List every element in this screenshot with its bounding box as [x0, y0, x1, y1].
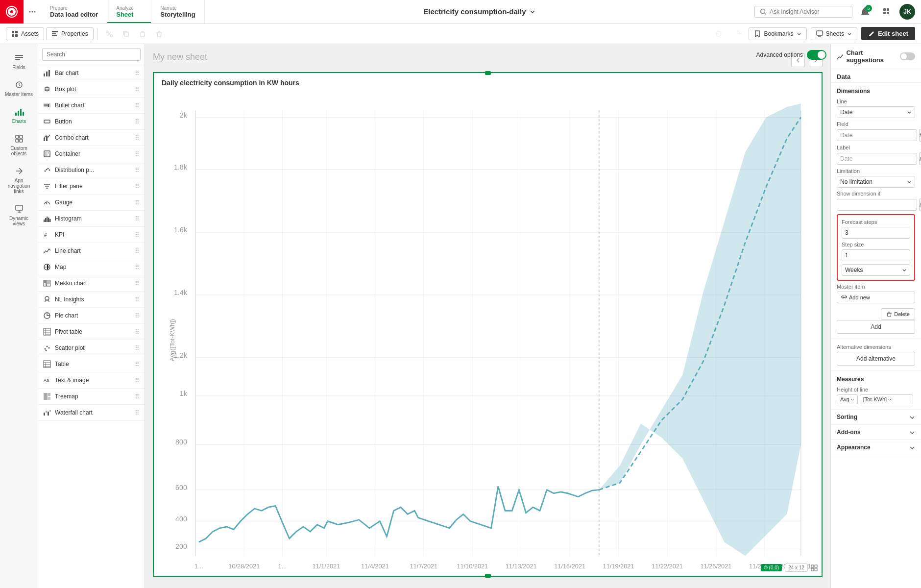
- label-input[interactable]: [837, 153, 917, 165]
- drag-handle-text[interactable]: ⠿: [135, 377, 140, 384]
- chart-item-map[interactable]: Map ⠿: [38, 259, 145, 275]
- drag-handle-table[interactable]: ⠿: [135, 361, 140, 368]
- chart-item-mekko[interactable]: Mekko chart ⠿: [38, 275, 145, 292]
- resize-handle-bottom[interactable]: [485, 574, 491, 578]
- delete-dimension-button[interactable]: Delete: [881, 308, 915, 320]
- chart-item-kpi[interactable]: # KPI ⠿: [38, 227, 145, 243]
- chart-item-scatter[interactable]: Scatter plot ⠿: [38, 340, 145, 356]
- drag-handle-map[interactable]: ⠿: [135, 264, 140, 271]
- drag-handle-kpi[interactable]: ⠿: [135, 231, 140, 239]
- step-size-unit-dropdown[interactable]: Weeks: [842, 264, 910, 276]
- forecast-steps-input[interactable]: [842, 227, 910, 239]
- chart-item-histogram[interactable]: Histogram ⠿: [38, 211, 145, 227]
- avg-dropdown[interactable]: Avg: [837, 394, 858, 404]
- insight-advisor-input[interactable]: [770, 8, 843, 15]
- properties-button[interactable]: Properties: [46, 27, 94, 40]
- sorting-section[interactable]: Sorting: [831, 410, 921, 425]
- drag-handle-pivot[interactable]: ⠿: [135, 328, 140, 336]
- sidebar-item-fields[interactable]: Fields: [0, 48, 38, 75]
- drag-handle-bar-chart[interactable]: ⠿: [135, 70, 140, 77]
- show-dimension-input[interactable]: [837, 199, 917, 211]
- resize-handle-top[interactable]: [485, 71, 491, 75]
- sidebar-item-dynamic[interactable]: Dynamic views: [0, 199, 38, 231]
- delete-button[interactable]: [152, 26, 167, 41]
- step-size-input[interactable]: [842, 249, 910, 261]
- assets-button[interactable]: Assets: [6, 27, 44, 40]
- edit-sheet-button[interactable]: Edit sheet: [861, 27, 915, 40]
- drag-handle-button[interactable]: ⠿: [135, 118, 140, 125]
- drag-handle-pie[interactable]: ⠿: [135, 312, 140, 319]
- redo-button[interactable]: [730, 26, 745, 41]
- insight-advisor-search[interactable]: [754, 6, 852, 18]
- chart-item-bullet-chart[interactable]: Bullet chart ⠿: [38, 98, 145, 114]
- field-dropdown[interactable]: [Tot-KWh]: [860, 394, 913, 404]
- show-dimension-fx[interactable]: fx: [919, 198, 921, 211]
- drag-handle-box-plot[interactable]: ⠿: [135, 86, 140, 93]
- chart-item-combo-chart[interactable]: Combo chart ⠿: [38, 130, 145, 146]
- sidebar-item-master[interactable]: Master items: [0, 75, 38, 102]
- sidebar-item-appnav[interactable]: App navigation links: [0, 161, 38, 199]
- drag-handle-scatter[interactable]: ⠿: [135, 344, 140, 352]
- undo-button[interactable]: [711, 26, 726, 41]
- label-label: Label: [837, 145, 915, 150]
- chart-item-box-plot[interactable]: Box plot ⠿: [38, 81, 145, 98]
- drag-handle-waterfall[interactable]: ⠿: [135, 409, 140, 416]
- drag-handle-mekko[interactable]: ⠿: [135, 280, 140, 287]
- drag-handle-combo[interactable]: ⠿: [135, 134, 140, 142]
- cut-button[interactable]: [102, 26, 117, 41]
- drag-handle-line[interactable]: ⠿: [135, 247, 140, 255]
- label-fx-button[interactable]: fx: [919, 152, 921, 165]
- line-dimension-dropdown[interactable]: Date: [837, 106, 915, 118]
- field-input[interactable]: [837, 129, 917, 141]
- drag-handle-hist[interactable]: ⠿: [135, 215, 140, 222]
- copy-button[interactable]: [119, 26, 133, 41]
- chart-item-container[interactable]: Container ⠿: [38, 146, 145, 162]
- sidebar-item-custom[interactable]: Custom objects: [0, 129, 38, 161]
- advanced-options-toggle[interactable]: [807, 50, 826, 60]
- drag-handle-filter[interactable]: ⠿: [135, 183, 140, 190]
- app-title-area[interactable]: Electricity consumption-daily: [205, 7, 754, 16]
- drag-handle-dist[interactable]: ⠿: [135, 167, 140, 174]
- chart-item-line-chart[interactable]: Line chart ⠿: [38, 243, 145, 259]
- chart-item-waterfall[interactable]: Waterfall chart ⠿: [38, 405, 145, 421]
- chart-item-bar-chart[interactable]: Bar chart ⠿: [38, 65, 145, 81]
- apps-grid-button[interactable]: [878, 3, 896, 21]
- chart-item-gauge[interactable]: Gauge ⠿: [38, 195, 145, 211]
- chart-item-button[interactable]: Button ⠿: [38, 114, 145, 130]
- add-dimension-button[interactable]: Add: [837, 320, 915, 334]
- nav-narrate[interactable]: Narrate Storytelling: [151, 0, 205, 23]
- addons-section[interactable]: Add-ons: [831, 425, 921, 440]
- notifications-button[interactable]: 5: [856, 3, 874, 21]
- chart-item-distribution[interactable]: Distribution p... ⠿: [38, 162, 145, 178]
- sheets-button[interactable]: Sheets: [811, 27, 857, 40]
- add-alternative-button[interactable]: Add alternative: [837, 352, 915, 366]
- drag-handle-gauge[interactable]: ⠿: [135, 199, 140, 206]
- chart-item-pivot[interactable]: Pivot table ⠿: [38, 324, 145, 340]
- sidebar-item-charts[interactable]: Charts: [0, 102, 38, 129]
- chart-item-nl-insights[interactable]: NL Insights ⠿: [38, 292, 145, 308]
- bookmarks-button[interactable]: Bookmarks: [749, 27, 806, 40]
- field-fx-button[interactable]: fx: [919, 129, 921, 142]
- drag-handle-bullet[interactable]: ⠿: [135, 102, 140, 109]
- chart-item-table[interactable]: Table ⠿: [38, 356, 145, 372]
- nav-analyze[interactable]: Analyze Sheet: [107, 0, 151, 23]
- appearance-section[interactable]: Appearance: [831, 440, 921, 455]
- more-menu-button[interactable]: [24, 0, 41, 24]
- limitation-dropdown[interactable]: No limitation: [837, 176, 915, 188]
- drag-handle-nl[interactable]: ⠿: [135, 296, 140, 303]
- chart-suggestions-toggle[interactable]: [900, 52, 915, 60]
- add-master-item-button[interactable]: Add new: [837, 292, 915, 303]
- nav-prepare[interactable]: Prepare Data load editor: [41, 0, 107, 23]
- drag-handle-treemap[interactable]: ⠿: [135, 393, 140, 400]
- paste-button[interactable]: [135, 26, 150, 41]
- bookmark-icon: [754, 30, 761, 37]
- chart-item-treemap[interactable]: Treemap ⠿: [38, 389, 145, 405]
- charts-search-input[interactable]: [42, 48, 141, 61]
- drag-handle-container[interactable]: ⠿: [135, 150, 140, 158]
- user-avatar[interactable]: JK: [899, 4, 915, 20]
- chart-item-text-image[interactable]: Aa Text & image ⠿: [38, 372, 145, 389]
- chart-item-filter-pane[interactable]: Filter pane ⠿: [38, 178, 145, 195]
- chart-item-pie-chart[interactable]: Pie chart ⠿: [38, 308, 145, 324]
- chart-item-pie-label: Pie chart: [55, 312, 131, 319]
- qlik-logo[interactable]: [0, 0, 24, 24]
